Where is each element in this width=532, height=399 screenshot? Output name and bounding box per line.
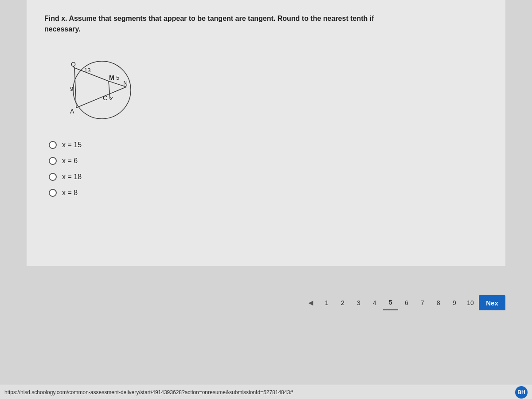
page-8-button[interactable]: 8 — [431, 295, 446, 310]
page-10-button[interactable]: 10 — [463, 295, 478, 310]
option-4[interactable]: x = 8 — [49, 189, 488, 197]
svg-point-0 — [73, 61, 131, 119]
option-1[interactable]: x = 15 — [49, 141, 488, 149]
page-6-button[interactable]: 6 — [399, 295, 414, 310]
page-1-button[interactable]: 1 — [319, 295, 334, 310]
page-7-button[interactable]: 7 — [415, 295, 430, 310]
page-2-button[interactable]: 2 — [335, 295, 350, 310]
pagination-bar: ◄ 1 2 3 4 5 6 7 8 9 10 Nex — [303, 295, 505, 310]
main-content: Find x. Assume that segments that appear… — [0, 0, 532, 399]
option-2[interactable]: x = 6 — [49, 157, 488, 165]
option-3-label: x = 18 — [62, 173, 82, 181]
url-text: https://nisd.schoology.com/common-assess… — [4, 389, 515, 395]
geometry-diagram: Q A M 5 N C x 13 — [44, 48, 160, 128]
page-9-button[interactable]: 9 — [447, 295, 462, 310]
answer-options: x = 15 x = 6 x = 18 x = 8 — [49, 141, 488, 197]
option-3[interactable]: x = 18 — [49, 173, 488, 181]
option-4-label: x = 8 — [62, 189, 78, 197]
question-text: Find x. Assume that segments that appear… — [44, 13, 488, 35]
status-bar: https://nisd.schoology.com/common-assess… — [0, 385, 532, 399]
prev-button[interactable]: ◄ — [303, 295, 318, 310]
radio-2[interactable] — [49, 157, 57, 165]
bottom-right-icons: BH — [515, 386, 528, 399]
svg-line-4 — [76, 87, 126, 108]
value-5: 5 — [116, 74, 119, 81]
radio-1[interactable] — [49, 141, 57, 149]
value-9: 9 — [70, 86, 73, 92]
label-m: M — [109, 74, 114, 81]
page-4-button[interactable]: 4 — [367, 295, 382, 310]
svg-line-1 — [74, 68, 109, 81]
label-a: A — [70, 108, 74, 115]
page-5-button[interactable]: 5 — [383, 295, 398, 310]
question-area: Find x. Assume that segments that appear… — [27, 0, 505, 266]
page-3-button[interactable]: 3 — [351, 295, 366, 310]
option-1-label: x = 15 — [62, 141, 82, 149]
radio-3[interactable] — [49, 173, 57, 181]
option-2-label: x = 6 — [62, 157, 78, 165]
diagram-area: Q A M 5 N C x 13 — [44, 48, 160, 128]
radio-4[interactable] — [49, 189, 57, 197]
label-q: Q — [71, 61, 76, 68]
next-button[interactable]: Nex — [479, 295, 505, 310]
value-13: 13 — [84, 67, 90, 74]
svg-line-5 — [109, 81, 110, 99]
taskbar-icon[interactable]: BH — [515, 386, 528, 399]
